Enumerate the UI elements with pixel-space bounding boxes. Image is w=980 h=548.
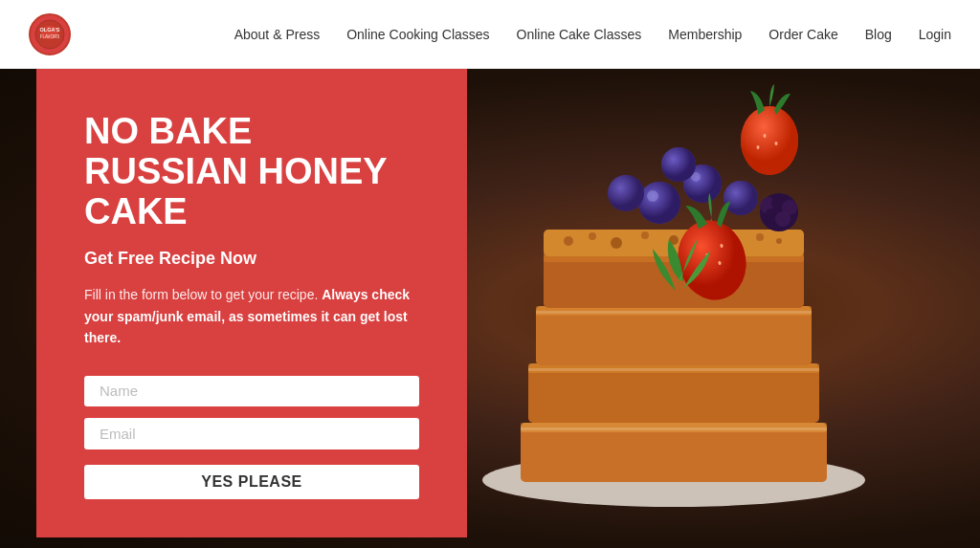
svg-rect-7 (521, 427, 827, 430)
submit-button[interactable]: YES PLEASE (84, 465, 419, 499)
svg-rect-13 (536, 311, 812, 314)
nav-membership[interactable]: Membership (668, 27, 742, 42)
nav-login[interactable]: Login (919, 27, 951, 42)
main-nav: About & Press Online Cooking Classes Onl… (234, 27, 951, 42)
name-input[interactable] (84, 376, 419, 407)
svg-text:FLAVORS: FLAVORS (40, 34, 60, 39)
svg-point-35 (608, 175, 644, 211)
svg-point-37 (661, 147, 696, 182)
svg-point-48 (757, 145, 760, 149)
hero-section: NO BAKE RUSSIAN HONEY CAKE Get Free Reci… (0, 69, 980, 548)
cake-illustration (425, 69, 903, 548)
svg-point-54 (775, 211, 791, 227)
svg-point-45 (741, 106, 798, 175)
hero-subtitle: Get Free Recipe Now (84, 249, 419, 269)
site-logo[interactable]: OLGA'S FLAVORS (29, 13, 71, 55)
svg-point-25 (776, 238, 782, 244)
svg-point-27 (638, 182, 680, 224)
svg-text:OLGA'S: OLGA'S (40, 27, 60, 33)
svg-rect-10 (528, 368, 819, 371)
svg-point-33 (724, 181, 758, 215)
hero-panel: NO BAKE RUSSIAN HONEY CAKE Get Free Reci… (36, 69, 467, 537)
svg-point-24 (756, 233, 764, 241)
hero-description: Fill in the form below to get your recip… (84, 284, 419, 348)
nav-blog[interactable]: Blog (865, 27, 892, 42)
nav-order-cake[interactable]: Order Cake (768, 27, 837, 42)
svg-point-19 (611, 237, 622, 249)
hero-title: NO BAKE RUSSIAN HONEY CAKE (84, 112, 419, 231)
svg-point-20 (641, 231, 649, 239)
nav-about-press[interactable]: About & Press (234, 27, 321, 42)
email-input[interactable] (84, 418, 419, 449)
svg-point-47 (775, 142, 778, 145)
svg-point-28 (647, 190, 658, 202)
nav-cooking-classes[interactable]: Online Cooking Classes (346, 27, 489, 42)
site-header: OLGA'S FLAVORS About & Press Online Cook… (0, 0, 980, 69)
svg-point-18 (589, 232, 596, 240)
nav-cake-classes[interactable]: Online Cake Classes (517, 27, 642, 42)
logo-container[interactable]: OLGA'S FLAVORS (29, 13, 71, 55)
svg-point-17 (564, 236, 573, 246)
svg-point-46 (764, 134, 767, 138)
